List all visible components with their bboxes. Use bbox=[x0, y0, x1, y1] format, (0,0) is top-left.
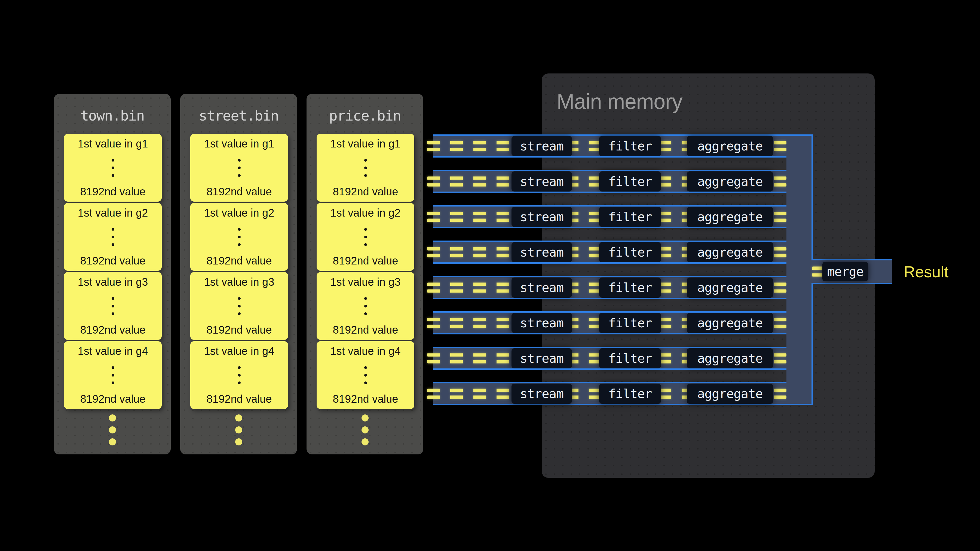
file-panel: street.bin 1st value in g1 8192nd value … bbox=[180, 94, 297, 454]
group-first-value: 1st value in g2 bbox=[204, 207, 274, 219]
more-groups-ellipsis-icon bbox=[307, 414, 423, 445]
stream-op-box: stream bbox=[512, 384, 572, 404]
merge-op-box: merge bbox=[822, 262, 868, 281]
more-groups-ellipsis-icon bbox=[54, 414, 171, 445]
more-groups-ellipsis-icon bbox=[180, 414, 297, 445]
filter-op-box: filter bbox=[599, 313, 661, 333]
group-blocks: 1st value in g1 8192nd value 1st value i… bbox=[190, 134, 288, 409]
group-first-value: 1st value in g4 bbox=[204, 345, 274, 357]
group-first-value: 1st value in g1 bbox=[78, 138, 148, 150]
stream-op-box: stream bbox=[512, 348, 572, 368]
connector-slot bbox=[433, 333, 788, 348]
file-name: street.bin bbox=[180, 108, 297, 124]
aggregate-op-box: aggregate bbox=[687, 348, 773, 368]
values-ellipsis-icon bbox=[364, 159, 367, 177]
collector-busbar bbox=[786, 134, 813, 405]
group-block: 1st value in g2 8192nd value bbox=[190, 203, 288, 271]
values-ellipsis-icon bbox=[364, 366, 367, 384]
result-label: Result bbox=[904, 259, 948, 284]
group-last-value: 8192nd value bbox=[332, 324, 398, 336]
aggregate-op-box: aggregate bbox=[687, 278, 773, 298]
group-last-value: 8192nd value bbox=[80, 393, 145, 405]
group-blocks: 1st value in g1 8192nd value 1st value i… bbox=[64, 134, 162, 409]
group-block: 1st value in g4 8192nd value bbox=[317, 341, 414, 409]
group-first-value: 1st value in g3 bbox=[78, 276, 148, 288]
file-name: town.bin bbox=[54, 108, 171, 124]
connector-slot bbox=[433, 227, 788, 242]
pipeline-row: stream filter aggregate bbox=[433, 311, 813, 334]
connector-slot bbox=[433, 368, 788, 383]
pipeline-row: stream filter aggregate bbox=[433, 276, 813, 299]
values-ellipsis-icon bbox=[238, 159, 241, 177]
pipeline-row: stream filter aggregate bbox=[433, 134, 813, 157]
filter-op-box: filter bbox=[599, 278, 661, 298]
filter-op-box: filter bbox=[599, 207, 661, 227]
pipeline-row: stream filter aggregate bbox=[433, 205, 813, 228]
file-panel: town.bin 1st value in g1 8192nd value 1s… bbox=[54, 94, 171, 454]
file-panel: price.bin 1st value in g1 8192nd value 1… bbox=[307, 94, 423, 454]
stream-op-box: stream bbox=[512, 278, 572, 298]
stream-op-box: stream bbox=[512, 171, 572, 192]
stream-op-box: stream bbox=[512, 136, 572, 156]
group-first-value: 1st value in g3 bbox=[204, 276, 274, 288]
values-ellipsis-icon bbox=[238, 297, 241, 315]
group-block: 1st value in g2 8192nd value bbox=[317, 203, 414, 271]
group-block: 1st value in g1 8192nd value bbox=[317, 134, 414, 202]
group-last-value: 8192nd value bbox=[332, 186, 398, 198]
group-first-value: 1st value in g2 bbox=[331, 207, 401, 219]
group-last-value: 8192nd value bbox=[206, 393, 272, 405]
group-block: 1st value in g2 8192nd value bbox=[64, 203, 162, 271]
connector-slot bbox=[433, 262, 788, 277]
values-ellipsis-icon bbox=[111, 297, 115, 315]
group-first-value: 1st value in g1 bbox=[331, 138, 401, 150]
group-last-value: 8192nd value bbox=[206, 186, 272, 198]
pipeline-row: stream filter aggregate bbox=[433, 170, 813, 193]
values-ellipsis-icon bbox=[111, 228, 115, 246]
aggregate-op-box: aggregate bbox=[687, 207, 773, 227]
filter-op-box: filter bbox=[599, 171, 661, 192]
connector-slot bbox=[433, 156, 788, 171]
group-block: 1st value in g1 8192nd value bbox=[190, 134, 288, 202]
aggregate-op-box: aggregate bbox=[687, 242, 773, 262]
group-block: 1st value in g1 8192nd value bbox=[64, 134, 162, 202]
connector-slot bbox=[433, 298, 788, 313]
values-ellipsis-icon bbox=[111, 159, 115, 177]
filter-op-box: filter bbox=[599, 242, 661, 262]
main-memory-title: Main memory bbox=[557, 89, 682, 114]
aggregate-op-box: aggregate bbox=[687, 136, 773, 156]
group-block: 1st value in g4 8192nd value bbox=[190, 341, 288, 409]
aggregate-op-box: aggregate bbox=[687, 313, 773, 333]
connector-slot bbox=[433, 192, 788, 206]
values-ellipsis-icon bbox=[364, 228, 367, 246]
group-first-value: 1st value in g4 bbox=[78, 345, 148, 357]
pipeline-row: stream filter aggregate bbox=[433, 347, 813, 370]
diagram-canvas: { "colors": { "background": "#000000", "… bbox=[0, 0, 980, 551]
values-ellipsis-icon bbox=[238, 228, 241, 246]
group-block: 1st value in g3 8192nd value bbox=[64, 272, 162, 340]
group-first-value: 1st value in g4 bbox=[331, 345, 401, 357]
group-blocks: 1st value in g1 8192nd value 1st value i… bbox=[317, 134, 414, 409]
group-block: 1st value in g3 8192nd value bbox=[317, 272, 414, 340]
group-last-value: 8192nd value bbox=[332, 255, 398, 267]
aggregate-op-box: aggregate bbox=[687, 171, 773, 192]
group-last-value: 8192nd value bbox=[80, 324, 145, 336]
group-first-value: 1st value in g1 bbox=[204, 138, 274, 150]
values-ellipsis-icon bbox=[238, 366, 241, 384]
pipeline-row: stream filter aggregate bbox=[433, 382, 813, 405]
filter-op-box: filter bbox=[599, 136, 661, 156]
values-ellipsis-icon bbox=[364, 297, 367, 315]
group-last-value: 8192nd value bbox=[80, 255, 145, 267]
group-block: 1st value in g4 8192nd value bbox=[64, 341, 162, 409]
stream-op-box: stream bbox=[512, 313, 572, 333]
values-ellipsis-icon bbox=[111, 366, 115, 384]
group-last-value: 8192nd value bbox=[80, 186, 145, 198]
file-name: price.bin bbox=[307, 108, 423, 124]
merge-band: merge bbox=[811, 259, 892, 284]
stream-op-box: stream bbox=[512, 242, 572, 262]
stream-op-box: stream bbox=[512, 207, 572, 227]
group-block: 1st value in g3 8192nd value bbox=[190, 272, 288, 340]
group-last-value: 8192nd value bbox=[206, 255, 272, 267]
aggregate-op-box: aggregate bbox=[687, 384, 773, 404]
pipeline-row: stream filter aggregate bbox=[433, 241, 813, 264]
filter-op-box: filter bbox=[599, 348, 661, 368]
